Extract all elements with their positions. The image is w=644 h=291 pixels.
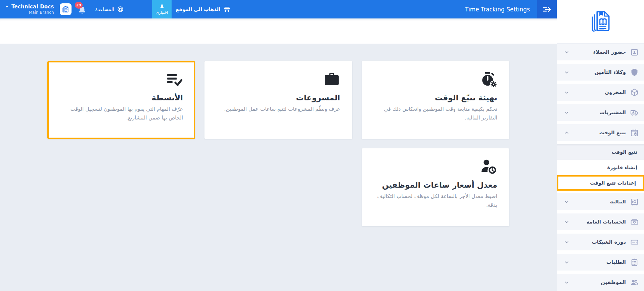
chevron-down-icon (564, 69, 569, 75)
cheque-icon (630, 238, 639, 246)
workspace-subtitle: Main Branch (29, 10, 54, 15)
sidebar-item-label: المخزون (605, 89, 626, 95)
sidebar-item-label: دورة الشيكات (592, 239, 626, 245)
sidebar-item-purchases[interactable]: المشتريات (557, 104, 644, 121)
settings-cards-grid: تهيئة تتبّع الوقت تحكم بكيفية متابعة وقت… (47, 61, 509, 226)
sidebar-item-client-attendance[interactable]: حضور العملاء (557, 44, 644, 60)
app-root: Technical Docs Main Branch 29 المساعدة ا… (0, 0, 644, 291)
shield-icon (630, 68, 639, 77)
package-cube-icon (630, 88, 639, 97)
card-description: تحكم بكيفية متابعة وقت الموظفين وانعكاس … (374, 105, 497, 122)
sidebar-item-finance[interactable]: المالية (557, 193, 644, 210)
submenu-item-label: إنشاء فاتورة (607, 165, 637, 170)
card-title: الأنشطة (59, 93, 183, 102)
main-column: Technical Docs Main Branch 29 المساعدة ا… (0, 0, 557, 291)
sidebar-item-label: حضور العملاء (593, 49, 626, 55)
chevron-down-icon (564, 49, 569, 55)
card-projects[interactable]: المشروعات عرف ونظّم المشروعات لتتبع ساعا… (204, 61, 352, 139)
sidebar-item-employees[interactable]: الموظفين (557, 274, 644, 291)
briefcase-icon (217, 71, 340, 89)
safe-vault-icon (630, 198, 639, 206)
go-to-site-button[interactable]: الذهاب الي الموقع (176, 6, 231, 13)
chevron-up-icon (564, 130, 569, 136)
workspace-title: Technical Docs (11, 4, 54, 10)
sidebar-item-insurance-agents[interactable]: وكلاء التأمين (557, 64, 644, 81)
people-icon (630, 278, 639, 287)
time-tracking-submenu: تتبع الوقت إنشاء فاتورة إعدادات تتبع الو… (557, 144, 644, 191)
chevron-down-icon (564, 110, 569, 115)
card-description: عرّف المهام التي يقوم بها الموظفون لتسجي… (59, 105, 183, 122)
id-badge-icon (630, 48, 639, 56)
header-spacer (231, 0, 465, 18)
page-title: Time Tracking Settings (465, 6, 530, 13)
chevron-down-icon (564, 239, 569, 245)
sidebar-item-time-tracking[interactable]: تتبع الوقت (557, 124, 644, 141)
sidebar-item-label: المالية (610, 199, 626, 205)
sidebar-item-label: الطلبات (606, 259, 626, 265)
caret-down-icon (5, 5, 9, 9)
trial-label: اختيارى (156, 10, 168, 15)
docs-shortcut-button[interactable] (60, 3, 72, 15)
sidebar-item-label: وكلاء التأمين (594, 69, 626, 75)
top-header: Technical Docs Main Branch 29 المساعدة ا… (0, 0, 557, 18)
trial-tab[interactable]: اختيارى (152, 0, 172, 18)
workspace-switcher[interactable]: Technical Docs Main Branch (5, 0, 54, 18)
delivery-truck-icon (630, 108, 639, 117)
sidebar-item-orders[interactable]: الطلبات (557, 254, 644, 271)
sidebar-item-label: الموظفين (601, 279, 626, 285)
person-clock-icon (374, 158, 497, 176)
submenu-item-label: تتبع الوقت (611, 149, 637, 155)
help-label: المساعدة (95, 7, 114, 12)
card-employee-hour-rates[interactable]: معدل أسعار ساعات الموظفين اضبط معدل الأج… (362, 148, 509, 226)
calendar-clock-icon (630, 129, 639, 137)
sidebar-item-label: المشتريات (600, 109, 626, 115)
card-description: اضبط معدل الأجر بالساعة لكل موظف لحساب ا… (374, 192, 497, 209)
stopwatch-gear-icon (374, 71, 497, 89)
workspace-text: Technical Docs Main Branch (11, 4, 54, 15)
banknote-icon (630, 218, 639, 226)
chevron-down-icon (564, 280, 569, 285)
chevron-down-icon (564, 90, 569, 95)
double-arrow-right-icon (542, 4, 552, 14)
storefront-icon (223, 6, 231, 13)
rocket-icon (159, 4, 165, 9)
sidebar-menu: حضور العملاء وكلاء التأمين المخزون (557, 43, 644, 291)
sidebar: حضور العملاء وكلاء التأمين المخزون (557, 0, 644, 291)
submenu-item-create-invoice[interactable]: إنشاء فاتورة (557, 160, 644, 175)
notification-badge: 29 (75, 2, 83, 9)
submenu-item-time-tracking-settings[interactable]: إعدادات تتبع الوقت (557, 175, 644, 191)
card-title: معدل أسعار ساعات الموظفين (374, 181, 497, 189)
chevron-down-icon (564, 259, 569, 265)
collapse-sidebar-button[interactable] (537, 0, 557, 18)
sidebar-item-cheques-cycle[interactable]: دورة الشيكات (557, 234, 644, 250)
card-title: المشروعات (217, 93, 340, 102)
card-description: عرف ونظّم المشروعات لتتبع ساعات عمل المو… (217, 105, 340, 114)
chevron-down-icon (564, 219, 569, 225)
sidebar-item-label: الحسابات العامة (587, 219, 626, 225)
app-logo[interactable] (557, 0, 644, 43)
go-to-site-label: الذهاب الي الموقع (176, 7, 220, 12)
card-title: تهيئة تتبّع الوقت (374, 93, 497, 102)
checklist-check-icon (59, 71, 183, 89)
clipboard-list-icon (630, 258, 639, 266)
submenu-item-label: إعدادات تتبع الوقت (590, 180, 636, 186)
sidebar-item-general-accounts[interactable]: الحسابات العامة (557, 213, 644, 230)
card-time-tracking-config[interactable]: تهيئة تتبّع الوقت تحكم بكيفية متابعة وقت… (362, 61, 509, 139)
sidebar-item-inventory[interactable]: المخزون (557, 84, 644, 101)
content-area: تهيئة تتبّع الوقت تحكم بكيفية متابعة وقت… (0, 44, 557, 291)
lifebuoy-icon (117, 6, 124, 13)
notifications-button[interactable]: 29 (78, 4, 87, 15)
card-activities[interactable]: الأنشطة عرّف المهام التي يقوم بها الموظف… (47, 61, 195, 139)
submenu-item-time-tracking[interactable]: تتبع الوقت (557, 144, 644, 160)
docs-logo-icon (588, 9, 613, 34)
sidebar-item-label: تتبع الوقت (599, 130, 626, 136)
toolbar-band (0, 18, 557, 44)
help-button[interactable]: المساعدة (95, 6, 124, 13)
docs-icon (61, 5, 70, 13)
chevron-down-icon (564, 199, 569, 205)
